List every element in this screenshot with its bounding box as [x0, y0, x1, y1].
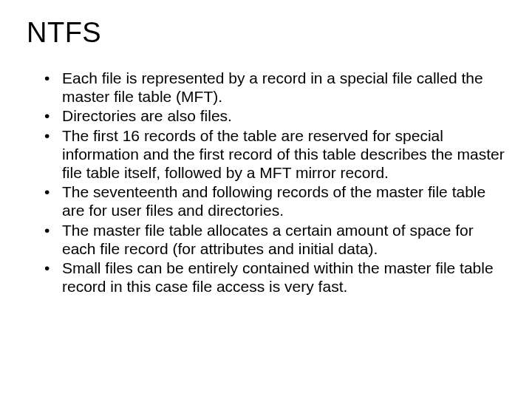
list-item: Small files can be entirely contained wi…: [58, 259, 505, 296]
list-item: The master file table allocates a certai…: [58, 222, 505, 259]
list-item: The first 16 records of the table are re…: [58, 127, 505, 182]
bullet-list: Each file is represented by a record in …: [27, 69, 505, 296]
list-item: Directories are also files.: [58, 107, 505, 126]
list-item: The seventeenth and following records of…: [58, 183, 505, 220]
slide: NTFS Each file is represented by a recor…: [0, 0, 532, 399]
list-item: Each file is represented by a record in …: [58, 69, 505, 106]
page-title: NTFS: [27, 18, 505, 49]
